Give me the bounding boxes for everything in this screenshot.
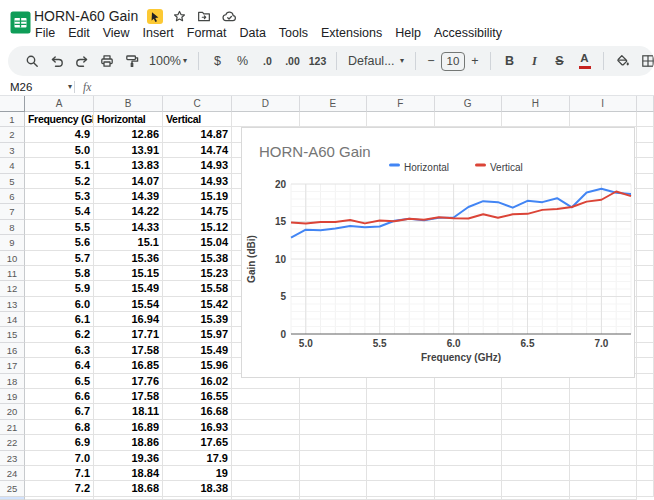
row-header-19[interactable]: 19 bbox=[0, 389, 25, 404]
row-header-22[interactable]: 22 bbox=[0, 435, 25, 450]
cell[interactable]: Vertical bbox=[163, 112, 232, 127]
cell[interactable]: 15.15 bbox=[94, 266, 163, 281]
select-all-corner[interactable] bbox=[0, 96, 25, 112]
cell[interactable]: 15.38 bbox=[163, 251, 232, 266]
row-header-24[interactable]: 24 bbox=[0, 466, 25, 481]
row-header-9[interactable]: 9 bbox=[0, 235, 25, 250]
cell[interactable]: 18.84 bbox=[94, 466, 163, 481]
cell[interactable] bbox=[637, 312, 654, 327]
row-header-13[interactable]: 13 bbox=[0, 297, 25, 312]
cell[interactable] bbox=[367, 112, 435, 127]
cell[interactable]: 18.68 bbox=[94, 481, 163, 496]
cell[interactable]: 14.74 bbox=[163, 143, 232, 158]
cell[interactable] bbox=[637, 143, 654, 158]
row-header-20[interactable]: 20 bbox=[0, 404, 25, 419]
column-header-partial[interactable] bbox=[637, 96, 654, 112]
cell[interactable] bbox=[300, 404, 368, 419]
cell[interactable] bbox=[570, 404, 638, 419]
cell[interactable] bbox=[367, 451, 435, 466]
cell[interactable]: 15.19 bbox=[163, 189, 232, 204]
cell[interactable] bbox=[637, 235, 654, 250]
star-icon[interactable] bbox=[172, 9, 187, 24]
row-header-14[interactable]: 14 bbox=[0, 312, 25, 327]
cell[interactable] bbox=[637, 158, 654, 173]
name-box[interactable]: M26 ▾ bbox=[0, 81, 72, 93]
cell[interactable]: 6.8 bbox=[25, 420, 94, 435]
cell[interactable]: 6.2 bbox=[25, 327, 94, 342]
cell[interactable] bbox=[502, 112, 570, 127]
cell[interactable] bbox=[637, 404, 654, 419]
row-header-4[interactable]: 4 bbox=[0, 158, 25, 173]
cell[interactable]: 14.07 bbox=[94, 174, 163, 189]
cell[interactable] bbox=[637, 435, 654, 450]
row-header-8[interactable]: 8 bbox=[0, 220, 25, 235]
cell[interactable]: 18.11 bbox=[94, 404, 163, 419]
cell[interactable] bbox=[435, 435, 503, 450]
borders-button[interactable] bbox=[636, 49, 654, 73]
cell[interactable]: 15.49 bbox=[163, 343, 232, 358]
row-header-11[interactable]: 11 bbox=[0, 266, 25, 281]
decrease-font-size-button[interactable]: − bbox=[423, 49, 439, 73]
cell[interactable] bbox=[570, 481, 638, 496]
cloud-status-icon[interactable] bbox=[221, 9, 238, 24]
print-button[interactable] bbox=[95, 49, 118, 73]
column-header-i[interactable]: I bbox=[570, 96, 638, 112]
cell[interactable] bbox=[163, 497, 232, 500]
cell[interactable]: 16.85 bbox=[94, 358, 163, 373]
cell[interactable]: 16.68 bbox=[163, 404, 232, 419]
cell[interactable]: 5.3 bbox=[25, 189, 94, 204]
row-header-18[interactable]: 18 bbox=[0, 374, 25, 389]
cell[interactable] bbox=[367, 420, 435, 435]
menu-view[interactable]: View bbox=[101, 25, 132, 41]
more-number-formats-button[interactable]: 123 bbox=[306, 49, 329, 73]
cell[interactable]: 15.96 bbox=[163, 358, 232, 373]
cell[interactable] bbox=[435, 420, 503, 435]
row-header-21[interactable]: 21 bbox=[0, 420, 25, 435]
italic-button[interactable]: I bbox=[523, 49, 546, 73]
cell[interactable] bbox=[232, 435, 300, 450]
cell[interactable]: 5.9 bbox=[25, 281, 94, 296]
cell[interactable] bbox=[637, 466, 654, 481]
menu-file[interactable]: File bbox=[33, 25, 57, 41]
cell[interactable]: 16.55 bbox=[163, 389, 232, 404]
decrease-decimals-button[interactable]: .0 bbox=[256, 49, 279, 73]
cell[interactable]: 5.4 bbox=[25, 204, 94, 219]
cell[interactable]: 12.86 bbox=[94, 127, 163, 142]
cell[interactable]: 15.39 bbox=[163, 312, 232, 327]
embedded-chart[interactable]: 051015205.05.56.06.57.0Frequency (GHz)Ga… bbox=[241, 127, 635, 378]
column-header-a[interactable]: A bbox=[25, 96, 94, 112]
cell[interactable] bbox=[435, 466, 503, 481]
cell[interactable]: 7.0 bbox=[25, 451, 94, 466]
cell[interactable]: Frequency (GHz) bbox=[25, 112, 94, 127]
cell[interactable]: 6.7 bbox=[25, 404, 94, 419]
cell[interactable] bbox=[637, 451, 654, 466]
cell[interactable] bbox=[637, 281, 654, 296]
cell[interactable] bbox=[637, 174, 654, 189]
search-button[interactable] bbox=[20, 49, 43, 73]
increase-decimals-button[interactable]: .00 bbox=[281, 49, 304, 73]
column-header-c[interactable]: C bbox=[163, 96, 232, 112]
cell[interactable] bbox=[637, 112, 654, 127]
cell[interactable]: 17.58 bbox=[94, 389, 163, 404]
cell[interactable] bbox=[570, 389, 638, 404]
row-header-10[interactable]: 10 bbox=[0, 251, 25, 266]
cell[interactable] bbox=[637, 327, 654, 342]
cell[interactable]: 17.76 bbox=[94, 374, 163, 389]
cell[interactable] bbox=[435, 112, 503, 127]
cell[interactable] bbox=[367, 404, 435, 419]
cell[interactable] bbox=[367, 481, 435, 496]
cell[interactable] bbox=[502, 497, 570, 500]
cell[interactable]: 7.1 bbox=[25, 466, 94, 481]
cell[interactable]: 6.3 bbox=[25, 343, 94, 358]
cell[interactable]: 17.65 bbox=[163, 435, 232, 450]
cell[interactable] bbox=[232, 112, 300, 127]
cell[interactable] bbox=[94, 497, 163, 500]
cell[interactable] bbox=[637, 481, 654, 496]
cell[interactable]: 17.71 bbox=[94, 327, 163, 342]
menu-extensions[interactable]: Extensions bbox=[319, 25, 384, 41]
cell[interactable]: 6.6 bbox=[25, 389, 94, 404]
cell[interactable]: 5.2 bbox=[25, 174, 94, 189]
cell[interactable]: 5.8 bbox=[25, 266, 94, 281]
cell[interactable] bbox=[435, 451, 503, 466]
cell[interactable] bbox=[300, 389, 368, 404]
